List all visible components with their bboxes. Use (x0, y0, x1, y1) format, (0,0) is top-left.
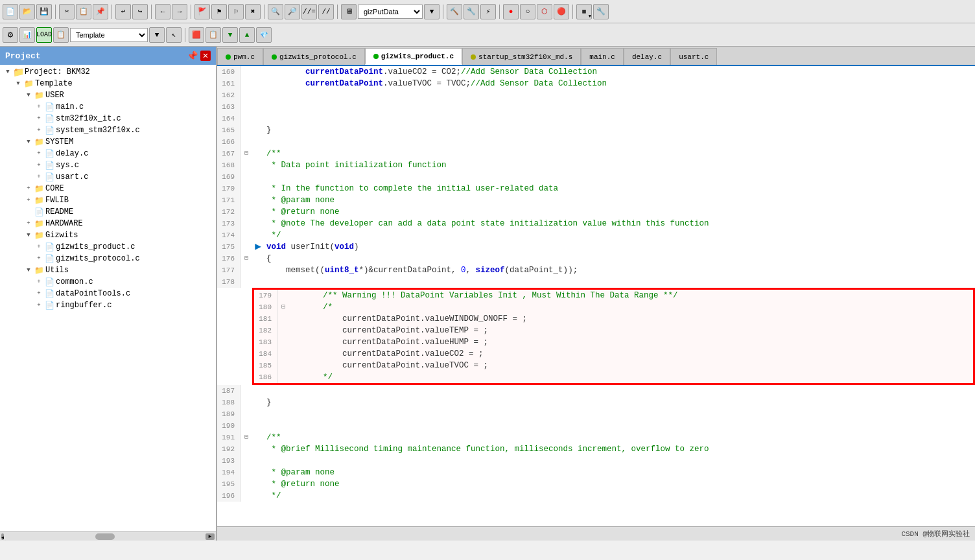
tree-ringbuffer-c[interactable]: + 📄 ringbuffer.c (0, 299, 216, 311)
fold-176[interactable]: ⊟ (241, 253, 252, 264)
tree-usart-c[interactable]: + 📄 usart.c (0, 171, 216, 183)
bp-disable-button[interactable]: ⚐ (228, 4, 244, 19)
bp-insert-button[interactable]: 🚩 (194, 4, 210, 19)
fold-191[interactable]: ⊟ (241, 432, 252, 443)
ringbuffer-c-expander[interactable]: + (34, 300, 44, 310)
tree-scrollbar-track2[interactable] (115, 533, 206, 540)
copy-button[interactable]: 📋 (76, 4, 91, 19)
redo-button[interactable]: ↪ (132, 4, 148, 19)
usart-c-expander[interactable]: + (34, 172, 44, 182)
forward-button[interactable]: → (172, 4, 187, 19)
find-button[interactable]: 🔍 (268, 4, 283, 19)
new-file-button[interactable]: 📄 (3, 4, 18, 19)
green-down-btn[interactable]: ▼ (222, 27, 238, 43)
green-up-btn[interactable]: ▲ (239, 27, 255, 43)
arrow-175[interactable]: ▶ (252, 241, 264, 253)
goto-button[interactable]: //= (301, 4, 317, 19)
root-expander[interactable]: ▼ (3, 67, 13, 77)
delay-c-expander[interactable]: + (34, 148, 44, 159)
sys-c-expander[interactable]: + (34, 160, 44, 170)
system-stm32-expander[interactable]: + (34, 125, 44, 135)
tree-core[interactable]: + 📁 CORE (0, 183, 216, 194)
tree-main-c[interactable]: + 📄 main.c (0, 101, 216, 113)
run-button[interactable]: ○ (520, 4, 535, 19)
open-file-button[interactable]: 📂 (19, 4, 35, 19)
tab-startup[interactable]: startup_stm32f10x_md.s (462, 48, 581, 65)
bp-enable-button[interactable]: ⚑ (211, 4, 227, 19)
tree-common-c[interactable]: + 📄 common.c (0, 276, 216, 288)
code-editor[interactable]: 160 currentDataPoint.valueCO2 = CO2;//Ad… (217, 66, 975, 526)
template-dropdown[interactable]: ▼ (149, 27, 165, 43)
template-combo[interactable]: Template (70, 28, 148, 42)
step-over-button[interactable]: 🔴 (554, 4, 569, 19)
hardware-expander[interactable]: + (23, 218, 34, 229)
tree-scrollbar-track[interactable] (4, 533, 95, 540)
tree-scrollbar-right[interactable]: ► (206, 533, 215, 540)
tab-delay-c[interactable]: delay.c (624, 48, 670, 65)
user-expander[interactable]: ▼ (23, 90, 34, 100)
config-icon[interactable]: ⚙ (3, 27, 18, 43)
undo-button[interactable]: ↩ (115, 4, 131, 19)
settings-button[interactable]: // (318, 4, 334, 19)
main-c-expander[interactable]: + (34, 102, 44, 112)
tab-usart-c[interactable]: usart.c (670, 48, 717, 65)
tree-scrollbar-thumb[interactable] (95, 533, 115, 540)
debug-button[interactable]: ● (503, 4, 519, 19)
load-icon[interactable]: LOAD (36, 27, 52, 43)
tree-gizwits-product[interactable]: + 📄 gizwits_product.c (0, 241, 216, 253)
back-button[interactable]: ← (155, 4, 170, 19)
fwlib-expander[interactable]: + (23, 195, 34, 205)
add-component-btn[interactable]: 🟥 (189, 27, 204, 43)
template-expander[interactable]: ▼ (13, 78, 23, 89)
tree-hardware[interactable]: + 📁 HARDWARE (0, 218, 216, 229)
save-button[interactable]: 💾 (36, 4, 52, 19)
close-project-icon[interactable]: ✕ (200, 51, 211, 61)
datapoint-tools-expander[interactable]: + (34, 288, 44, 299)
tree-root[interactable]: ▼ 📁 Project: BKM32 (0, 66, 216, 78)
bp-kill-button[interactable]: ✖ (245, 4, 261, 19)
tree-datapoint-tools[interactable]: + 📄 dataPointTools.c (0, 288, 216, 299)
tab-gizwits-protocol[interactable]: gizwits_protocol.c (263, 48, 365, 65)
copy-component-btn[interactable]: 📋 (206, 27, 221, 43)
rebuild-button[interactable]: 🔧 (464, 4, 479, 19)
gizwits-product-expander[interactable]: + (34, 242, 44, 252)
stop-button[interactable]: ⬡ (537, 4, 552, 19)
utils-expander[interactable]: ▼ (23, 265, 34, 275)
system-expander[interactable]: ▼ (23, 137, 34, 147)
view-button[interactable]: ▦ ▼ (576, 4, 592, 19)
tree-user[interactable]: ▼ 📁 USER (0, 89, 216, 101)
tree-sys-c[interactable]: + 📄 sys.c (0, 159, 216, 171)
flash-button[interactable]: ⚡ (480, 4, 496, 19)
stm32-it-expander[interactable]: + (34, 113, 44, 124)
cursor-icon[interactable]: ↖ (166, 27, 182, 43)
tree-template[interactable]: ▼ 📁 Template (0, 78, 216, 89)
wizard-icon[interactable]: 📊 (19, 27, 35, 43)
build-button[interactable]: 🔨 (447, 4, 462, 19)
extra-button[interactable]: 🔧 (593, 4, 609, 19)
gizwits-expander[interactable]: ▼ (23, 230, 34, 240)
tool3-icon[interactable]: 📋 (53, 27, 69, 43)
tree-system[interactable]: ▼ 📁 SYSTEM (0, 136, 216, 148)
tree-stm32-it[interactable]: + 📄 stm32f10x_it.c (0, 113, 216, 124)
gizwits-protocol-expander[interactable]: + (34, 253, 44, 264)
tab-main-c[interactable]: main.c (581, 48, 624, 65)
pin-icon[interactable]: 📌 (187, 51, 198, 62)
tab-pwm-c[interactable]: pwm.c (217, 48, 263, 65)
cut-button[interactable]: ✂ (59, 4, 75, 19)
tree-gizwits-protocol[interactable]: + 📄 gizwits_protocol.c (0, 253, 216, 264)
tree-delay-c[interactable]: + 📄 delay.c (0, 148, 216, 159)
tab-gizwits-product[interactable]: gizwits_product.c (365, 48, 462, 65)
fold-180[interactable]: ⊟ (277, 301, 289, 313)
core-expander[interactable]: + (23, 183, 34, 194)
pack-btn[interactable]: 💎 (256, 27, 272, 43)
fold-167[interactable]: ⊟ (241, 148, 252, 159)
combo-dropdown[interactable]: ▼ (424, 4, 440, 19)
tree-system-stm32[interactable]: + 📄 system_stm32f10x.c (0, 124, 216, 136)
tree-gizwits[interactable]: ▼ 📁 Gizwits (0, 229, 216, 241)
tree-readme[interactable]: · 📄 README (0, 206, 216, 218)
tree-utils[interactable]: ▼ 📁 Utils (0, 264, 216, 276)
common-c-expander[interactable]: + (34, 277, 44, 287)
replace-button[interactable]: 🔎 (285, 4, 300, 19)
target-combo[interactable]: gizPutData (358, 5, 423, 19)
paste-button[interactable]: 📌 (93, 4, 108, 19)
